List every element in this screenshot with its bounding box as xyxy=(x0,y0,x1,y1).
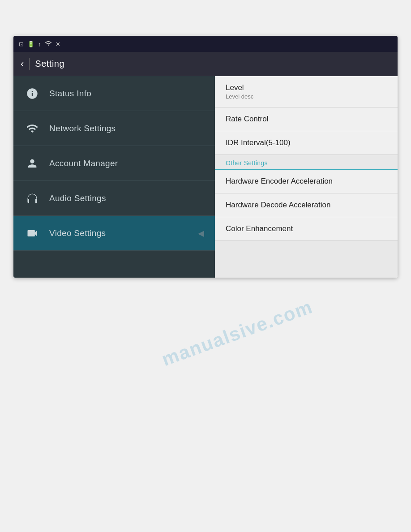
sidebar-label-network-settings: Network Settings xyxy=(49,124,116,133)
sidebar-item-network-settings[interactable]: Network Settings xyxy=(13,111,215,146)
setting-item-hardware-decode[interactable]: Hardware Decode Acceleration xyxy=(215,193,398,217)
page-title: Setting xyxy=(35,59,64,69)
title-divider xyxy=(29,58,30,70)
sidebar-item-audio-settings[interactable]: Audio Settings xyxy=(13,181,215,216)
sidebar-label-status-info: Status Info xyxy=(49,89,91,99)
setting-title-hardware-encoder: Hardware Encoder Acceleration xyxy=(226,177,387,186)
wifi-icon xyxy=(24,120,40,137)
sidebar-arrow-video: ◀ xyxy=(198,228,204,238)
extra-status-icon: ✕ xyxy=(56,41,60,47)
status-bar: ⊡ 🔋 ↑ ✕ xyxy=(13,36,398,52)
title-bar: ‹ Setting xyxy=(13,52,398,76)
setting-title-level: Level xyxy=(226,83,387,92)
videocam-icon xyxy=(24,225,40,241)
sidebar-label-account-manager: Account Manager xyxy=(49,159,118,168)
info-icon xyxy=(24,86,40,102)
setting-item-idr-interval[interactable]: IDR Interval(5-100) xyxy=(215,131,398,155)
setting-title-rate-control: Rate Control xyxy=(226,115,387,124)
setting-title-color-enhancement: Color Enhancement xyxy=(226,224,387,233)
sidebar-item-video-settings[interactable]: Video Settings ◀ xyxy=(13,216,215,251)
device-frame: ⊡ 🔋 ↑ ✕ ‹ Setting Status Info xyxy=(13,36,398,278)
person-icon xyxy=(24,155,40,172)
headset-icon xyxy=(24,190,40,206)
setting-item-level[interactable]: Level Level desc xyxy=(215,76,398,107)
upload-status-icon: ↑ xyxy=(38,41,41,47)
main-content: Status Info Network Settings Accou xyxy=(13,76,398,278)
screen-status-icon: ⊡ xyxy=(19,41,24,47)
sidebar-label-video-settings: Video Settings xyxy=(49,228,106,238)
setting-item-color-enhancement[interactable]: Color Enhancement xyxy=(215,217,398,241)
setting-item-hardware-encoder[interactable]: Hardware Encoder Acceleration xyxy=(215,170,398,193)
other-settings-header: Other Settings xyxy=(215,155,398,170)
setting-title-hardware-decode: Hardware Decode Acceleration xyxy=(226,201,387,210)
right-panel: Level Level desc Rate Control IDR Interv… xyxy=(215,76,398,278)
setting-item-rate-control[interactable]: Rate Control xyxy=(215,107,398,131)
sidebar-label-audio-settings: Audio Settings xyxy=(49,193,106,203)
setting-title-idr-interval: IDR Interval(5-100) xyxy=(226,138,387,147)
sidebar-item-account-manager[interactable]: Account Manager xyxy=(13,146,215,181)
sidebar-item-status-info[interactable]: Status Info xyxy=(13,76,215,111)
battery-status-icon: 🔋 xyxy=(27,41,34,47)
back-button[interactable]: ‹ xyxy=(21,58,24,70)
watermark: manualsive.com xyxy=(159,296,316,370)
setting-desc-level: Level desc xyxy=(226,93,387,100)
wifi-status-icon xyxy=(45,40,52,48)
sidebar: Status Info Network Settings Accou xyxy=(13,76,215,278)
